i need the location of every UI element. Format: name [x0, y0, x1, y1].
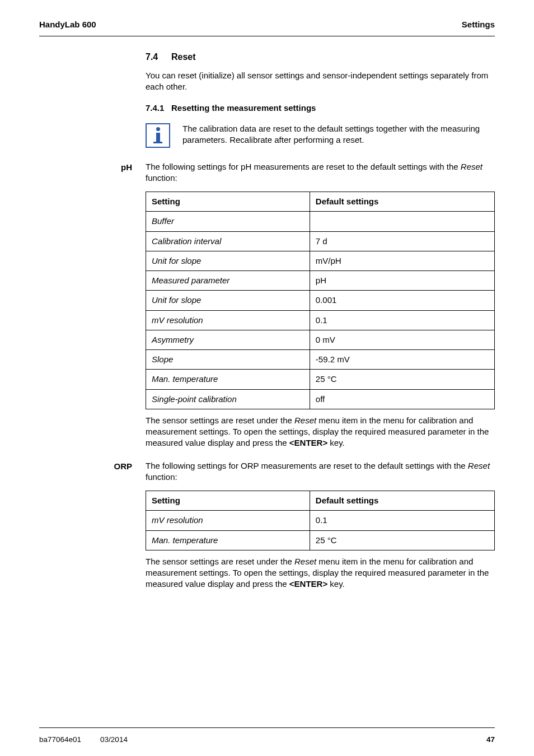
header-right: Settings	[462, 19, 495, 30]
orp-label: ORP	[39, 460, 146, 472]
table-row: Man. temperature 25 °C	[146, 370, 495, 389]
section-title: Reset	[171, 51, 196, 63]
table-header-row: Setting Default settings	[146, 491, 495, 511]
subsection-title: Resetting the measurement settings	[171, 102, 316, 114]
header-left: HandyLab 600	[39, 19, 96, 30]
footer-rule	[39, 727, 495, 728]
subsection-heading: 7.4.1 Resetting the measurement settings	[146, 102, 495, 114]
table-row: Single-point calibrationoff	[146, 389, 495, 409]
orp-settings-table: Setting Default settings mV resolution0.…	[146, 491, 495, 550]
table-row: Asymmetry0 mV	[146, 330, 495, 349]
table-row: mV resolution0.1	[146, 511, 495, 530]
col-setting: Setting	[146, 491, 310, 511]
ph-label: pH	[39, 161, 146, 173]
section-heading: 7.4 Reset	[146, 51, 495, 63]
info-note-text: The calibration data are reset to the de…	[182, 123, 495, 146]
table-row: Unit for slope0.001	[146, 291, 495, 310]
ph-settings-table: Setting Default settings Buffer Calibrat…	[146, 192, 495, 409]
ph-intro: The following settings for pH measuremen…	[146, 161, 495, 184]
section-number: 7.4	[146, 51, 171, 63]
info-note: The calibration data are reset to the de…	[146, 123, 495, 148]
orp-after: The sensor settings are reset under the …	[146, 556, 495, 590]
table-row: Unit for slopemV/pH	[146, 251, 495, 270]
orp-intro: The following settings for ORP measureme…	[146, 460, 495, 483]
ph-after: The sensor settings are reset under the …	[146, 415, 495, 449]
col-setting: Setting	[146, 192, 310, 212]
page-footer: ba77064e01 03/2014 47	[39, 735, 495, 745]
table-row: Man. temperature 25 °C	[146, 530, 495, 550]
table-row: mV resolution0.1	[146, 310, 495, 330]
footer-page: 47	[486, 735, 495, 745]
info-icon	[146, 123, 170, 148]
table-row: Calibration interval7 d	[146, 231, 495, 251]
page-header: HandyLab 600 Settings	[39, 19, 495, 30]
table-row: Measured parameterpH	[146, 271, 495, 291]
header-rule	[39, 36, 495, 36]
table-header-row: Setting Default settings	[146, 192, 495, 212]
col-default: Default settings	[310, 491, 494, 511]
col-default: Default settings	[310, 192, 494, 212]
footer-doc: ba77064e01	[39, 735, 81, 745]
section-intro: You can reset (initialize) all sensor se…	[146, 70, 495, 93]
footer-date: 03/2014	[100, 735, 128, 745]
table-row: Slope-59.2 mV	[146, 350, 495, 370]
table-row: Buffer	[146, 212, 495, 231]
subsection-number: 7.4.1	[146, 102, 171, 114]
